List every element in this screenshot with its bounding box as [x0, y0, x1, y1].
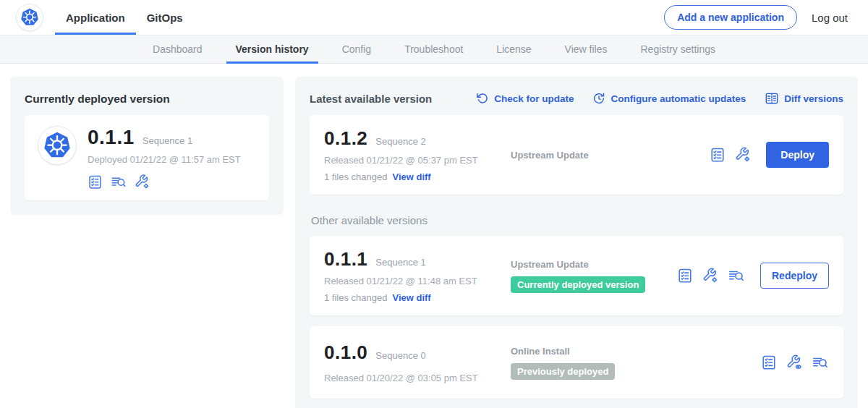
source-label: Upstream Update	[511, 259, 677, 270]
version-source: Online Install Previously deployed	[511, 346, 761, 380]
deployed-version-card: 0.1.1 Sequence 1 Deployed 01/21/22 @ 11:…	[25, 115, 269, 200]
preflight-checklist-icon[interactable]	[761, 354, 777, 370]
diff-versions-link[interactable]: Diff versions	[765, 91, 843, 106]
currently-deployed-badge: Currently deployed version	[511, 276, 645, 293]
logout-link[interactable]: Log out	[812, 12, 848, 24]
version-actions	[761, 354, 829, 370]
edit-config-wrench-gear-icon[interactable]	[702, 268, 718, 284]
subnav-tab-label: Registry settings	[641, 43, 715, 55]
version-number: 0.1.2	[324, 127, 367, 150]
view-config-wrench-eye-icon[interactable]	[786, 354, 802, 370]
preflight-checklist-icon[interactable]	[677, 268, 693, 284]
view-logs-icon[interactable]	[110, 174, 127, 190]
check-for-update-link[interactable]: Check for update	[476, 92, 574, 105]
version-info: 0.1.2 Sequence 2 Released 01/21/22 @ 05:…	[324, 127, 511, 182]
tab-gitops[interactable]: GitOps	[136, 0, 194, 35]
version-card-0-1-0: 0.1.0 Sequence 0 Released 01/20/22 @ 03:…	[310, 326, 843, 399]
edit-config-wrench-gear-icon[interactable]	[735, 147, 751, 163]
deployed-date: Deployed 01/21/22 @ 11:57 am EST	[88, 154, 241, 165]
source-label: Online Install	[511, 346, 761, 357]
preflight-checklist-icon[interactable]	[710, 147, 726, 163]
latest-available-title: Latest available version	[310, 93, 432, 105]
view-diff-link[interactable]: View diff	[392, 292, 430, 303]
top-nav-spacer	[194, 0, 664, 35]
version-row: 0.1.0 Sequence 0	[324, 341, 511, 364]
available-panel-header: Latest available version Check for updat…	[310, 91, 843, 106]
add-application-button[interactable]: Add a new application	[664, 5, 797, 30]
subnav-tab-label: Dashboard	[153, 43, 203, 55]
subnav-tab-label: Config	[342, 43, 371, 55]
version-row: 0.1.2 Sequence 2	[324, 127, 511, 150]
view-diff-link[interactable]: View diff	[392, 171, 430, 182]
kubernetes-logo[interactable]	[16, 4, 43, 31]
view-logs-icon[interactable]	[812, 354, 829, 370]
subnav-tab-dashboard[interactable]: Dashboard	[136, 35, 219, 63]
main-content: Currently deployed version 0.1.1 Sequenc…	[0, 64, 868, 408]
subnav-tab-view-files[interactable]: View files	[548, 35, 624, 63]
tab-application[interactable]: Application	[55, 0, 136, 35]
released-date: Released 01/21/22 @ 11:48 am EST	[324, 276, 511, 286]
version-number: 0.1.1	[88, 126, 135, 149]
update-actions: Check for update Configure automatic upd…	[476, 91, 843, 106]
top-nav: Application GitOps Add a new application…	[0, 0, 868, 35]
clock-refresh-icon	[592, 92, 605, 105]
version-number: 0.1.0	[324, 341, 367, 364]
app-subnav: Dashboard Version history Config Trouble…	[0, 35, 868, 64]
source-label: Upstream Update	[511, 150, 710, 161]
redeploy-button[interactable]: Redeploy	[760, 263, 829, 289]
deploy-button[interactable]: Deploy	[766, 142, 829, 168]
version-source: Upstream Update Currently deployed versi…	[511, 259, 677, 293]
released-date: Released 01/20/22 @ 03:05 pm EST	[324, 373, 511, 383]
version-actions: Redeploy	[677, 263, 829, 289]
subnav-tab-label: Version history	[236, 43, 309, 55]
action-label: Configure automatic updates	[610, 93, 746, 104]
configure-automatic-updates-link[interactable]: Configure automatic updates	[592, 92, 746, 105]
kubernetes-icon	[42, 130, 72, 161]
subnav-tab-version-history[interactable]: Version history	[219, 35, 326, 63]
subnav-tab-label: View files	[565, 43, 608, 55]
subnav-tab-label: License	[496, 43, 531, 55]
refresh-icon	[476, 92, 489, 105]
version-card-0-1-2: 0.1.2 Sequence 2 Released 01/21/22 @ 05:…	[310, 115, 843, 195]
deployed-version-info: 0.1.1 Sequence 1 Deployed 01/21/22 @ 11:…	[88, 126, 241, 190]
files-changed-row: 1 files changed View diff	[324, 292, 511, 303]
kubernetes-icon	[20, 7, 40, 27]
sequence-label: Sequence 0	[375, 350, 425, 361]
edit-config-wrench-gear-icon[interactable]	[135, 174, 150, 190]
previously-deployed-badge: Previously deployed	[511, 363, 615, 380]
version-card-0-1-1: 0.1.1 Sequence 1 Released 01/21/22 @ 11:…	[310, 236, 843, 315]
version-info: 0.1.0 Sequence 0 Released 01/20/22 @ 03:…	[324, 341, 511, 383]
released-date: Released 01/21/22 @ 05:37 pm EST	[324, 155, 511, 166]
view-logs-icon[interactable]	[728, 268, 745, 284]
files-changed-label: 1 files changed	[324, 171, 387, 182]
subnav-tab-registry-settings[interactable]: Registry settings	[624, 35, 732, 63]
available-versions-panel: Latest available version Check for updat…	[295, 77, 858, 408]
tab-gitops-label: GitOps	[147, 12, 183, 24]
diff-columns-icon	[765, 91, 779, 106]
subnav-tab-troubleshoot[interactable]: Troubleshoot	[388, 35, 480, 63]
subnav-tab-license[interactable]: License	[480, 35, 548, 63]
top-tab-bar: Application GitOps	[55, 0, 194, 35]
version-source: Upstream Update	[511, 150, 710, 161]
version-info: 0.1.1 Sequence 1 Released 01/21/22 @ 11:…	[324, 248, 511, 303]
sequence-label: Sequence 1	[375, 257, 425, 268]
app-logo	[38, 126, 77, 165]
files-changed-row: 1 files changed View diff	[324, 171, 511, 182]
files-changed-label: 1 files changed	[324, 292, 387, 303]
action-label: Check for update	[494, 93, 574, 104]
currently-deployed-panel: Currently deployed version 0.1.1 Sequenc…	[10, 77, 284, 215]
action-label: Diff versions	[784, 93, 843, 104]
preflight-checklist-icon[interactable]	[88, 174, 103, 190]
version-row: 0.1.1 Sequence 1	[324, 248, 511, 271]
version-actions: Deploy	[710, 142, 829, 168]
subnav-tab-label: Troubleshoot	[404, 43, 463, 55]
subnav-tab-config[interactable]: Config	[326, 35, 388, 63]
version-action-icons	[88, 174, 241, 190]
version-row: 0.1.1 Sequence 1	[88, 126, 241, 149]
sequence-label: Sequence 1	[142, 135, 192, 146]
sequence-label: Sequence 2	[375, 136, 425, 147]
deployed-panel-title: Currently deployed version	[25, 93, 269, 106]
tab-application-label: Application	[66, 12, 125, 24]
version-number: 0.1.1	[324, 248, 367, 271]
other-versions-title: Other available versions	[311, 214, 843, 226]
